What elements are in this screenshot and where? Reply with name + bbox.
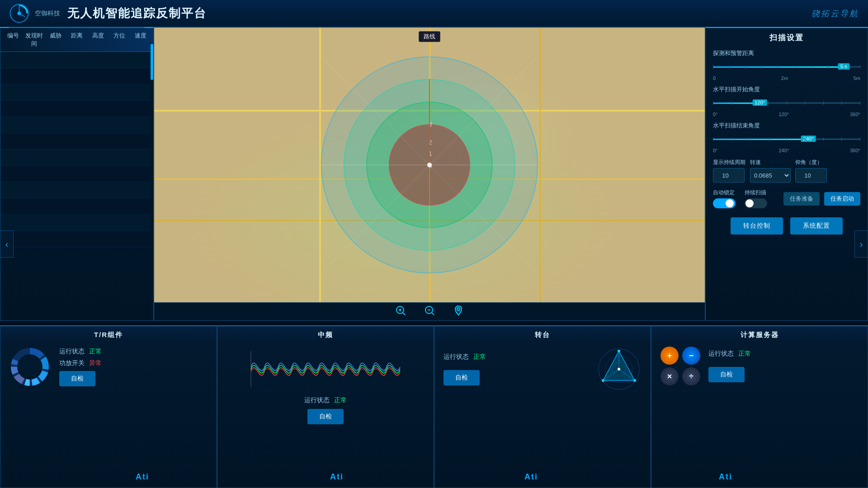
detection-range-labels: 0 2m 5m — [713, 75, 860, 81]
table-row[interactable] — [0, 133, 153, 150]
auto-lock-toggle[interactable] — [713, 198, 736, 208]
h-end-val-label: 240° — [779, 148, 789, 153]
task-prepare-button[interactable]: 任务准备 — [783, 192, 820, 206]
col-alt: 高度 — [88, 32, 109, 48]
system-config-button[interactable]: 系统配置 — [790, 217, 843, 235]
col-dir: 方位 — [109, 32, 130, 48]
table-row[interactable] — [0, 150, 153, 166]
turntable-chart — [596, 347, 642, 392]
task-buttons: 任务准备 任务启动 — [783, 192, 860, 206]
compute-title: 计算服务器 — [651, 326, 868, 342]
h-end-min: 0° — [713, 148, 718, 153]
locate-button[interactable] — [453, 305, 464, 318]
if-self-check-button[interactable]: 自检 — [307, 409, 344, 424]
scroll-thumb[interactable] — [151, 44, 153, 80]
compute-self-check-button[interactable]: 自检 — [708, 367, 745, 382]
h-start-slider[interactable]: 120° — [713, 96, 860, 110]
col-dist: 距离 — [66, 32, 87, 48]
tr-power-value: 异常 — [89, 359, 102, 367]
turntable-self-check-button[interactable]: 自检 — [443, 370, 480, 385]
compute-icons: + − × ÷ — [660, 347, 701, 385]
map-container[interactable]: 3 2 1 0 路线 — [154, 28, 705, 302]
table-row[interactable] — [0, 52, 153, 68]
table-row[interactable] — [0, 166, 153, 182]
table-row[interactable] — [0, 231, 153, 247]
map-road — [540, 28, 541, 302]
tr-donut-chart — [9, 347, 50, 387]
svg-point-1 — [18, 12, 21, 15]
turntable-title: 转台 — [434, 326, 651, 342]
brand-name: 骁拓云导航 — [811, 8, 859, 19]
elevation-label: 仰角（度） — [795, 159, 822, 166]
table-row[interactable] — [0, 84, 153, 101]
h-start-max: 360° — [850, 112, 860, 117]
compute-status: 运行状态 正常 自检 — [708, 350, 859, 382]
if-title: 中频 — [217, 326, 434, 342]
detection-value-badge: 5m — [838, 63, 849, 70]
bottom-row: T/R组件 运行状态 正常 功放开关 — [0, 325, 868, 488]
h-end-value-badge: 240° — [801, 136, 816, 142]
elevation-input[interactable] — [795, 168, 827, 183]
table-row[interactable] — [0, 101, 153, 117]
auto-lock-group: 自动锁定 — [713, 189, 736, 208]
detection-slider[interactable]: 5m — [713, 60, 860, 74]
turntable-content: 运行状态 正常 自检 — [434, 342, 651, 396]
wave-chart — [222, 347, 429, 392]
nav-arrow-right[interactable]: › — [854, 230, 868, 258]
turntable-run-status-value: 正常 — [473, 353, 486, 361]
tr-content: 运行状态 正常 功放开关 异常 自检 — [0, 342, 217, 392]
toggle-row: 自动锁定 持续扫描 任务准备 任务启动 — [713, 189, 860, 208]
scroll-indicator[interactable] — [151, 44, 153, 320]
compute-minus-icon: − — [682, 347, 700, 365]
header: 空御科技 无人机智能追踪反制平台 骁拓云导航 — [0, 0, 868, 27]
map-controls — [154, 302, 705, 320]
duration-input[interactable] — [713, 168, 745, 183]
speed-group: 转速 0.0685 0.0500 0.1000 — [750, 159, 791, 183]
auto-lock-label: 自动锁定 — [713, 189, 735, 197]
turntable-ctrl-button[interactable]: 转台控制 — [731, 217, 783, 235]
h-start-min: 0° — [713, 112, 718, 117]
compute-panel: 计算服务器 + − × ÷ 运行状态 正常 自检 — [651, 325, 868, 488]
scan-settings-panel: 扫描设置 探测和预警距离 5m 0 2m 5m 水平扫描开始角度 — [705, 27, 868, 321]
continuous-scan-knob — [745, 199, 754, 207]
speed-select[interactable]: 0.0685 0.0500 0.1000 — [750, 168, 791, 183]
zoom-out-button[interactable] — [424, 305, 435, 318]
h-end-range-labels: 0° 240° 360° — [713, 148, 860, 153]
scan-settings-title: 扫描设置 — [713, 33, 860, 43]
table-row[interactable] — [0, 68, 153, 84]
turntable-run-status-row: 运行状态 正常 — [443, 353, 587, 361]
h-end-max: 360° — [850, 148, 860, 153]
compute-div-icon: ÷ — [682, 367, 700, 385]
continuous-scan-group: 持续扫描 — [745, 189, 767, 208]
table-row[interactable] — [0, 215, 153, 231]
table-row[interactable] — [0, 117, 153, 133]
continuous-scan-toggle[interactable] — [745, 198, 767, 208]
compute-run-status-value: 正常 — [738, 350, 751, 358]
col-time: 发现时间 — [24, 32, 45, 48]
svg-point-29 — [25, 362, 34, 371]
row-settings: 显示持续周期 转速 0.0685 0.0500 0.1000 仰角（度） — [713, 159, 860, 183]
h-end-slider[interactable]: 240° — [713, 132, 860, 146]
if-content: 运行状态 正常 自检 — [217, 342, 434, 429]
radar-grid: 3 2 1 0 — [321, 56, 538, 273]
tr-run-status-row: 运行状态 正常 — [59, 347, 208, 356]
continuous-scan-label: 持续扫描 — [745, 189, 766, 197]
if-run-status-value: 正常 — [334, 396, 347, 404]
map-panel: 3 2 1 0 路线 — [154, 27, 705, 321]
duration-group: 显示持续周期 — [713, 159, 745, 183]
svg-line-18 — [432, 313, 434, 315]
tr-self-check-button[interactable]: 自检 — [59, 371, 95, 386]
if-panel: 中频 运行状态 正常 自检 — [217, 325, 434, 488]
auto-lock-knob — [726, 199, 734, 207]
nav-arrow-left[interactable]: ‹ — [0, 230, 14, 258]
company-logo — [9, 3, 29, 23]
table-body — [0, 52, 153, 247]
h-start-value-badge: 120° — [752, 99, 767, 106]
zoom-in-button[interactable] — [395, 305, 406, 318]
svg-line-15 — [403, 313, 405, 315]
svg-point-42 — [618, 368, 620, 371]
table-row[interactable] — [0, 198, 153, 215]
turntable-status: 运行状态 正常 自检 — [443, 353, 587, 385]
table-row[interactable] — [0, 182, 153, 198]
task-start-button[interactable]: 任务启动 — [824, 192, 860, 206]
